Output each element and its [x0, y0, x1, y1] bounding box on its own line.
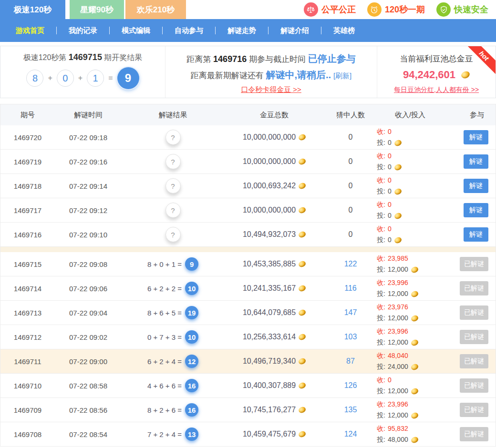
row-total: 10,453,385,885	[224, 260, 324, 268]
invest-line: 投:0	[377, 186, 444, 197]
result-expression: 8 + 2 + 6 =	[147, 406, 182, 414]
row-result: 6 + 2 + 2 = 10	[122, 282, 224, 295]
password-card-link[interactable]: 口令秒卡得金豆 >>	[241, 85, 301, 93]
dividend-link[interactable]: 每日豆池分红,人人都有份 >>	[394, 86, 479, 93]
coin-icon	[298, 430, 306, 438]
solved-button[interactable]: 已解谜	[460, 403, 488, 417]
nav-item-my-records[interactable]: 我的记录	[57, 26, 109, 35]
table-row: 1469710 07-22 08:58 4 + 6 + 6 = 16 10,40…	[0, 374, 496, 398]
row-period: 1469720	[0, 133, 55, 142]
tab-star-90s[interactable]: 星耀90秒	[70, 0, 124, 19]
result-expression: 6 + 2 + 4 =	[147, 357, 182, 366]
income-invest-cell: 收:0 投:0	[377, 126, 444, 148]
nav-item-trend[interactable]: 解谜走势	[216, 26, 268, 35]
solve-button[interactable]: 解谜	[464, 130, 488, 144]
invest-line: 投:0	[377, 210, 444, 221]
nav-item-intro[interactable]: 解谜介绍	[269, 26, 321, 35]
draw-ball-3: 1	[87, 70, 104, 87]
income-invest-cell: 收:23,976 投:12,000	[377, 302, 444, 324]
row-period: 1469713	[0, 309, 55, 317]
guessed-count[interactable]: 116	[324, 284, 377, 293]
income-line: 收:23,996	[377, 326, 444, 337]
nav-item-home[interactable]: 游戏首页	[4, 26, 56, 35]
solve-button[interactable]: 解谜	[464, 179, 488, 193]
row-period: 1469709	[0, 406, 55, 414]
unknown-ball: ?	[165, 203, 181, 218]
solve-button[interactable]: 解谜	[464, 203, 488, 217]
row-action: 解谜	[444, 154, 496, 169]
invest-line: 投:12,000	[377, 386, 444, 397]
solved-button[interactable]: 已解谜	[460, 427, 488, 441]
result-expression: 0 + 7 + 3 =	[147, 333, 182, 341]
guessed-count[interactable]: 122	[324, 260, 377, 268]
result-expression: 7 + 2 + 4 =	[147, 430, 182, 438]
coin-icon	[410, 363, 419, 371]
result-sum-ball: 16	[185, 403, 198, 417]
coin-icon	[393, 139, 402, 147]
result-expression: 6 + 2 + 2 =	[147, 285, 182, 293]
solved-button[interactable]: 已解谜	[460, 354, 488, 368]
guessed-count[interactable]: 147	[324, 308, 377, 317]
result-sum-ball: 10	[185, 282, 198, 295]
nav-item-leaderboard[interactable]: 英雄榜	[321, 26, 367, 35]
income-invest-cell: 收:0 投:12,000	[377, 375, 444, 397]
result-sum-ball: 10	[185, 330, 198, 344]
row-total: 10,000,000,000	[224, 133, 324, 142]
refresh-link[interactable]: [刷新]	[333, 71, 351, 80]
solved-button[interactable]: 已解谜	[460, 305, 488, 320]
solve-button[interactable]: 解谜	[464, 227, 488, 242]
main-nav: 游戏首页 我的记录 模式编辑 自动参与 解谜走势 解谜介绍 英雄榜	[0, 19, 496, 42]
invest-line: 投:12,000	[377, 313, 444, 324]
coin-icon	[460, 70, 471, 80]
coin-icon	[298, 382, 306, 390]
badge-safety-label: 快速安全	[454, 4, 488, 15]
tab-speed-120s[interactable]: 极速120秒	[0, 0, 65, 19]
income-line: 收:23,976	[377, 302, 444, 313]
solved-button[interactable]: 已解谜	[460, 257, 488, 271]
row-action: 已解谜	[444, 427, 496, 441]
row-time: 07-22 09:12	[55, 206, 122, 214]
coin-icon	[298, 309, 306, 317]
row-period: 1469718	[0, 182, 55, 190]
guessed-count[interactable]: 135	[324, 406, 377, 414]
table-row: 1469708 07-22 08:54 7 + 2 + 4 = 13 10,45…	[0, 422, 496, 447]
nav-item-auto-join[interactable]: 自动参与	[163, 26, 215, 35]
row-total: 10,000,000,000	[224, 157, 324, 166]
row-result: 8 + 6 + 5 = 19	[122, 306, 224, 319]
tab-happy-210s[interactable]: 欢乐210秒	[125, 0, 186, 19]
badge-safety: 快速安全	[436, 2, 488, 17]
row-period: 1469711	[0, 357, 55, 366]
shield-check-icon	[436, 2, 451, 17]
header-period: 期号	[0, 111, 55, 120]
income-invest-cell: 收:95,832 投:48,000	[377, 423, 444, 445]
guessed-count[interactable]: 103	[324, 333, 377, 341]
invest-line: 投:12,000	[377, 264, 444, 275]
guessed-count[interactable]: 87	[324, 357, 377, 366]
table-header: 期号 解谜时间 解谜结果 金豆总数 猜中人数 收入/投入 参与	[0, 104, 496, 125]
solved-button[interactable]: 已解谜	[460, 378, 488, 393]
pool-amount: 94,242,601	[377, 69, 496, 81]
row-period: 1469712	[0, 333, 55, 341]
guessed-count[interactable]: 126	[324, 381, 377, 390]
table-row: 1469714 07-22 09:06 6 + 2 + 2 = 10 10,24…	[0, 276, 496, 301]
solve-button[interactable]: 解谜	[464, 154, 488, 169]
table-row: 1469709 07-22 08:56 8 + 2 + 6 = 16 10,74…	[0, 398, 496, 422]
row-action: 已解谜	[444, 305, 496, 320]
next-period: 1469716	[213, 54, 247, 64]
coin-icon	[298, 406, 306, 414]
table-body: 1469720 07-22 09:18 ? 10,000,000,000 0 收…	[0, 125, 496, 447]
feature-badges: 公平公正 120秒一期 快速安全	[304, 0, 496, 19]
solved-button[interactable]: 已解谜	[460, 330, 488, 344]
income-line: 收:0	[377, 224, 444, 234]
invest-line: 投:12,000	[377, 288, 444, 299]
row-total: 10,000,000,000	[224, 206, 324, 214]
row-result: ?	[122, 203, 224, 218]
guessed-count[interactable]: 124	[324, 430, 377, 438]
row-result: 7 + 2 + 4 = 13	[122, 428, 224, 441]
coin-icon	[410, 387, 419, 395]
row-total: 10,496,719,340	[224, 357, 324, 366]
solved-button[interactable]: 已解谜	[460, 281, 488, 295]
nav-item-mode-edit[interactable]: 模式编辑	[110, 26, 162, 35]
coin-icon	[298, 206, 306, 214]
row-action: 已解谜	[444, 354, 496, 368]
